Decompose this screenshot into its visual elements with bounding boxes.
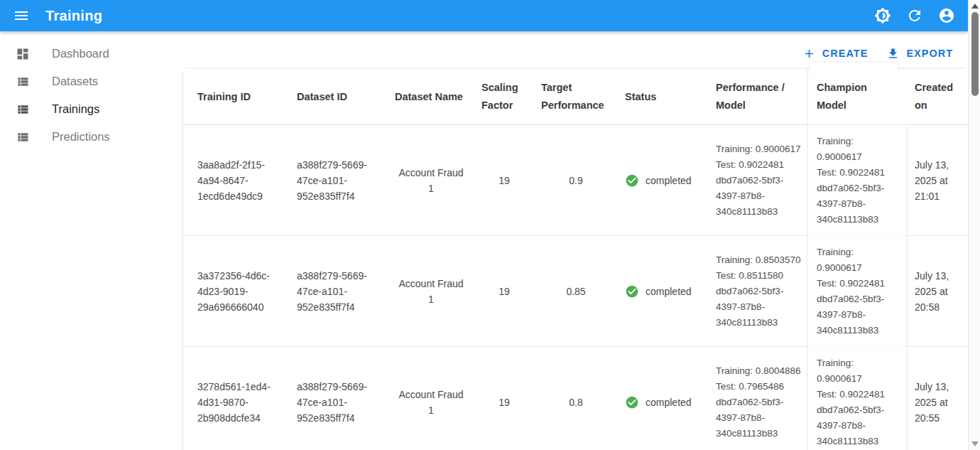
theme-toggle-icon[interactable] <box>874 7 891 24</box>
create-button-label: CREATE <box>822 48 869 59</box>
sidebar-item-label: Trainings <box>52 102 99 116</box>
scrollbar-thumb[interactable] <box>971 12 979 96</box>
cell-dataset-id: a388f279-5669-47ce-a101-952e835ff7f4 <box>288 236 386 347</box>
cell-target-performance: 0.85 <box>533 236 616 347</box>
table-header-row: Training ID Dataset ID Dataset Name Scal… <box>183 69 968 125</box>
trainings-table: Training ID Dataset ID Dataset Name Scal… <box>183 69 968 450</box>
table-actions: CREATE EXPORT <box>183 43 964 64</box>
col-header-target-performance: Target Performance <box>533 69 616 125</box>
cell-dataset-name: Account Fraud 1 <box>386 125 473 236</box>
cell-created-on: July 13, 2025 at 21:01 <box>906 125 968 236</box>
cell-status: completed <box>616 347 707 450</box>
plus-icon <box>802 47 816 60</box>
list-icon <box>16 102 30 117</box>
cell-dataset-id: a388f279-5669-47ce-a101-952e835ff7f4 <box>288 125 386 236</box>
app-bar: Training <box>0 0 968 31</box>
scroll-up-arrow-icon[interactable] <box>971 4 979 9</box>
cell-champion-model: Training: 0.9000617 Test: 0.9022481 dbd7… <box>808 125 906 236</box>
col-header-status: Status <box>616 69 707 125</box>
create-button[interactable]: CREATE <box>798 44 873 63</box>
cell-status: completed <box>616 236 707 347</box>
scroll-down-arrow-icon[interactable] <box>971 441 979 446</box>
col-header-scaling-factor: Scaling Factor <box>473 69 533 125</box>
export-button[interactable]: EXPORT <box>882 44 957 63</box>
table-row[interactable]: 3a372356-4d6c-4d23-9019-29a696666040 a38… <box>183 236 968 347</box>
trainings-table-card: Training ID Dataset ID Dataset Name Scal… <box>183 69 968 450</box>
sidebar-item-dashboard[interactable]: Dashboard <box>0 40 183 68</box>
cell-dataset-name: Account Fraud 1 <box>386 347 473 450</box>
dashboard-icon <box>16 47 30 61</box>
check-circle-icon <box>625 173 639 188</box>
sidebar-item-label: Dashboard <box>52 47 109 60</box>
account-icon[interactable] <box>938 7 955 24</box>
cell-dataset-name: Account Fraud 1 <box>386 236 473 347</box>
table-row[interactable]: 3aa8ad2f-2f15-4a94-8647-1ecd6de49dc9 a38… <box>183 125 968 236</box>
vertical-scrollbar[interactable] <box>968 0 980 450</box>
sidebar-item-label: Predictions <box>52 130 110 144</box>
sidebar: Dashboard Datasets Trainings Predictions <box>0 31 183 151</box>
cell-created-on: July 13, 2025 at 20:55 <box>906 347 968 450</box>
cell-training-id: 3a372356-4d6c-4d23-9019-29a696666040 <box>183 236 288 347</box>
check-circle-icon <box>625 284 639 299</box>
cell-scaling-factor: 19 <box>473 236 533 347</box>
download-icon <box>886 47 900 60</box>
col-header-dataset-name: Dataset Name <box>386 69 473 125</box>
col-header-dataset-id: Dataset ID <box>288 69 386 125</box>
sidebar-item-predictions[interactable]: Predictions <box>0 123 183 151</box>
cell-created-on: July 13, 2025 at 20:58 <box>906 236 968 347</box>
menu-icon[interactable] <box>13 7 30 24</box>
col-header-training-id: Training ID <box>183 69 288 125</box>
list-icon <box>16 75 30 89</box>
col-header-champion-model: Champion Model <box>808 69 906 125</box>
check-circle-icon <box>625 395 639 409</box>
table-row[interactable]: 3278d561-1ed4-4d31-9870-2b908ddcfe34 a38… <box>183 347 968 450</box>
cell-scaling-factor: 19 <box>473 347 533 450</box>
cell-scaling-factor: 19 <box>473 125 533 236</box>
export-button-label: EXPORT <box>906 48 953 59</box>
sidebar-item-datasets[interactable]: Datasets <box>0 68 183 95</box>
status-label: completed <box>646 173 692 188</box>
cell-performance-model: Training: 0.9000617 Test: 0.9022481 dbd7… <box>707 125 808 236</box>
cell-training-id: 3aa8ad2f-2f15-4a94-8647-1ecd6de49dc9 <box>183 125 288 236</box>
sidebar-item-trainings[interactable]: Trainings <box>0 95 183 123</box>
cell-status: completed <box>616 125 707 236</box>
cell-champion-model: Training: 0.9000617 Test: 0.9022481 dbd7… <box>808 347 906 450</box>
col-header-created-on: Created on <box>906 69 968 125</box>
cell-performance-model: Training: 0.8503570 Test: 0.8511580 dbd7… <box>707 236 808 347</box>
status-label: completed <box>646 284 692 299</box>
sidebar-item-label: Datasets <box>52 75 98 88</box>
cell-performance-model: Training: 0.8004886 Test: 0.7965486 dbd7… <box>707 347 808 450</box>
cell-training-id: 3278d561-1ed4-4d31-9870-2b908ddcfe34 <box>183 347 288 450</box>
cell-champion-model: Training: 0.9000617 Test: 0.9022481 dbd7… <box>808 236 906 347</box>
cell-target-performance: 0.9 <box>533 125 616 236</box>
page-title: Training <box>45 8 102 24</box>
col-header-performance-model: Performance / Model <box>707 69 808 125</box>
cell-target-performance: 0.8 <box>533 347 616 450</box>
refresh-icon[interactable] <box>906 7 923 24</box>
cell-dataset-id: a388f279-5669-47ce-a101-952e835ff7f4 <box>288 347 386 450</box>
list-icon <box>16 130 30 144</box>
status-label: completed <box>646 395 692 410</box>
champion-column-elevation <box>810 63 898 73</box>
